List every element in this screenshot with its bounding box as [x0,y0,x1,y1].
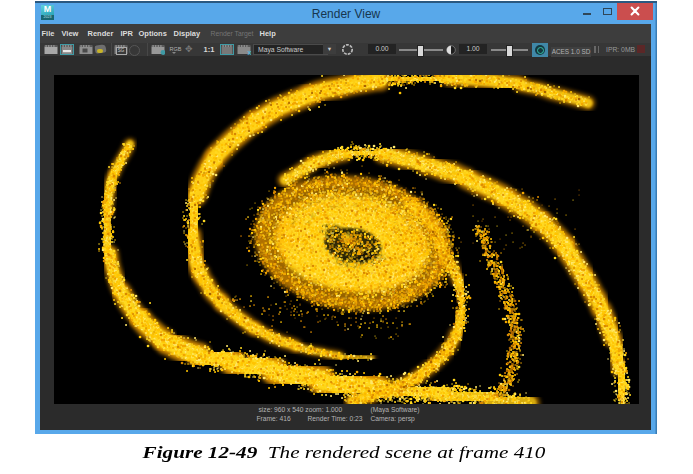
svg-text:x: x [247,49,250,56]
